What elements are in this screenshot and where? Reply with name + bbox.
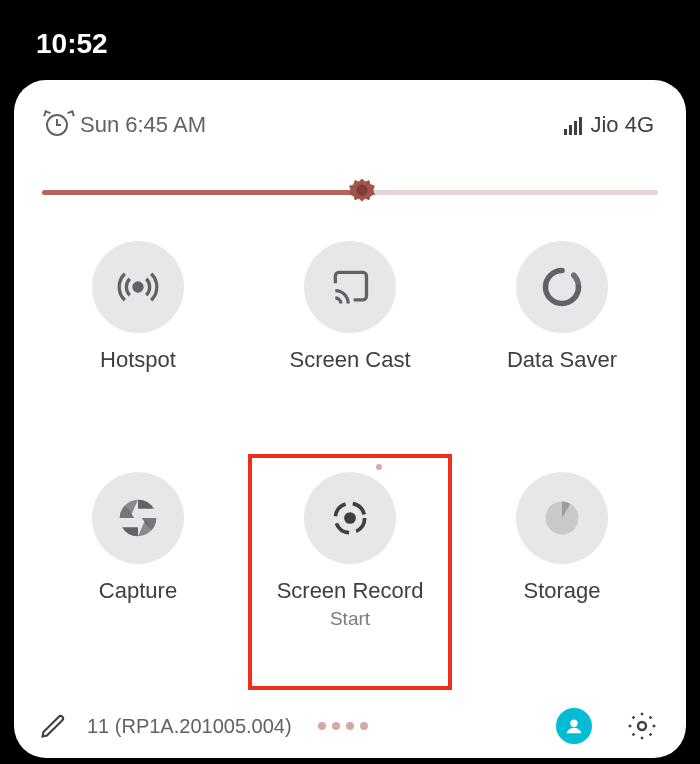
tile-hotspot[interactable]: Hotspot: [32, 235, 244, 456]
tutorial-highlight-box: [248, 454, 452, 691]
camera-aperture-icon: [92, 472, 184, 564]
carrier-label: Jio 4G: [590, 112, 654, 138]
alarm-time-label: Sun 6:45 AM: [80, 112, 206, 138]
tile-label: Data Saver: [507, 347, 617, 373]
device-clock: 10:52: [0, 0, 700, 60]
cast-icon: [304, 241, 396, 333]
quick-tiles-grid: Hotspot Screen Cast Data Saver Capture: [14, 215, 686, 696]
quick-settings-panel: Sun 6:45 AM Jio 4G Hotspot Screen Cast: [14, 80, 686, 758]
brightness-slider[interactable]: [14, 146, 686, 215]
network-status: Jio 4G: [564, 112, 654, 138]
status-bar: Sun 6:45 AM Jio 4G: [14, 104, 686, 146]
page-indicator-dot: [376, 464, 382, 470]
edit-icon[interactable]: [39, 712, 67, 740]
brightness-thumb-icon[interactable]: [345, 176, 379, 210]
svg-point-0: [357, 184, 368, 195]
tile-label: Hotspot: [100, 347, 176, 373]
signal-strength-icon: [564, 115, 582, 135]
tile-datasaver[interactable]: Data Saver: [456, 235, 668, 456]
data-saver-icon: [516, 241, 608, 333]
svg-point-6: [638, 722, 646, 730]
panel-footer: 11 (RP1A.201005.004): [14, 696, 686, 758]
tile-label: Screen Cast: [289, 347, 410, 373]
tile-label: Storage: [523, 578, 600, 604]
user-avatar-button[interactable]: [556, 708, 592, 744]
hotspot-icon: [92, 241, 184, 333]
build-number-label[interactable]: 11 (RP1A.201005.004): [87, 715, 292, 738]
page-dots[interactable]: [318, 722, 368, 730]
settings-gear-icon[interactable]: [626, 710, 658, 742]
svg-point-5: [570, 720, 577, 727]
tile-screenrecord[interactable]: Screen Record Start: [244, 466, 456, 687]
tile-storage[interactable]: Storage: [456, 466, 668, 687]
svg-point-1: [134, 283, 142, 291]
alarm-status[interactable]: Sun 6:45 AM: [46, 112, 206, 138]
alarm-clock-icon: [46, 114, 68, 136]
storage-pie-icon: [516, 472, 608, 564]
tile-capture[interactable]: Capture: [32, 466, 244, 687]
tile-label: Capture: [99, 578, 177, 604]
tile-screencast[interactable]: Screen Cast: [244, 235, 456, 456]
